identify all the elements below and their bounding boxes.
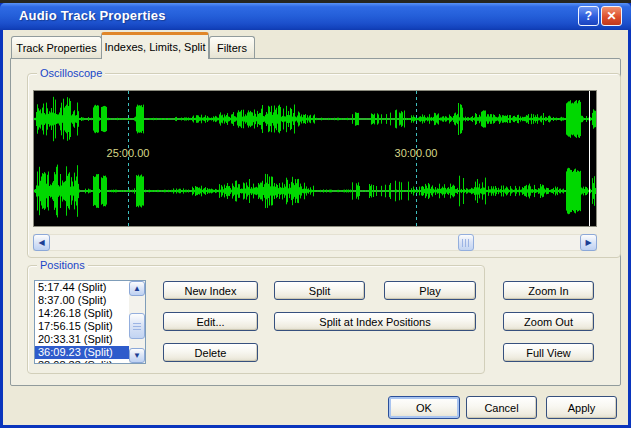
- ok-button[interactable]: OK: [388, 396, 460, 419]
- help-button[interactable]: ?: [578, 6, 599, 26]
- apply-button[interactable]: Apply: [546, 396, 617, 419]
- scroll-right-button[interactable]: ▶: [580, 234, 597, 251]
- positions-list-scrollbar[interactable]: ▲ ▼: [129, 281, 145, 363]
- scroll-left-icon: ◀: [38, 239, 44, 247]
- edit-button[interactable]: Edit...: [163, 312, 258, 331]
- tab-page-indexes-limits-split: Oscilloscope 25:00.0030:00.00 ◀ ▶: [10, 58, 621, 386]
- dialog-body: Track Properties Indexes, Limits, Split …: [3, 30, 628, 425]
- list-item[interactable]: 17:56.15 (Split): [35, 320, 129, 333]
- split-button[interactable]: Split: [274, 281, 365, 300]
- scroll-up-icon: ▲: [133, 285, 141, 293]
- zoom-in-button[interactable]: Zoom In: [503, 281, 594, 300]
- list-item[interactable]: 20:33.31 (Split): [35, 333, 129, 346]
- cancel-button[interactable]: Cancel: [466, 396, 537, 419]
- positions-group-label: Positions: [37, 259, 88, 272]
- time-marker-label: 30:00.00: [395, 147, 438, 159]
- new-index-button[interactable]: New Index: [163, 281, 258, 300]
- list-item[interactable]: 38:08.33 (Split): [35, 359, 129, 363]
- list-item[interactable]: 5:17.44 (Split): [35, 281, 129, 294]
- oscilloscope-group-label: Oscilloscope: [37, 67, 105, 80]
- window-title: Audio Track Properties: [19, 8, 166, 23]
- list-item[interactable]: 14:26.18 (Split): [35, 307, 129, 320]
- list-item[interactable]: 8:37.00 (Split): [35, 294, 129, 307]
- zoom-out-button[interactable]: Zoom Out: [503, 312, 594, 331]
- thumb-grip-icon: [462, 239, 470, 247]
- dialog-window: Audio Track Properties ? ✕ Track Propert…: [0, 0, 631, 428]
- list-scroll-thumb[interactable]: [129, 313, 145, 339]
- title-bar[interactable]: Audio Track Properties ? ✕: [0, 3, 631, 30]
- oscilloscope-group: Oscilloscope 25:00.0030:00.00 ◀ ▶: [27, 73, 621, 258]
- tab-track-properties[interactable]: Track Properties: [11, 36, 102, 58]
- positions-list-rows: 5:17.44 (Split)8:37.00 (Split)14:26.18 (…: [35, 281, 129, 363]
- list-scroll-up-button[interactable]: ▲: [129, 281, 145, 296]
- waveform-horizontal-scrollbar[interactable]: ◀ ▶: [33, 234, 597, 251]
- tab-filters[interactable]: Filters: [209, 36, 255, 58]
- list-item[interactable]: 36:09.23 (Split): [35, 346, 129, 359]
- tab-label: Filters: [217, 42, 247, 54]
- tab-label: Track Properties: [16, 42, 96, 54]
- horizontal-scroll-thumb[interactable]: [458, 234, 474, 251]
- thumb-grip-icon: [133, 322, 141, 330]
- list-scroll-down-button[interactable]: ▼: [129, 348, 145, 363]
- tab-label: Indexes, Limits, Split: [105, 41, 206, 53]
- close-button[interactable]: ✕: [601, 6, 622, 26]
- split-at-index-positions-button[interactable]: Split at Index Positions: [274, 312, 476, 331]
- positions-listbox[interactable]: 5:17.44 (Split)8:37.00 (Split)14:26.18 (…: [34, 280, 146, 364]
- close-icon: ✕: [606, 9, 616, 23]
- full-view-button[interactable]: Full View: [503, 343, 594, 362]
- tab-indexes-limits-split[interactable]: Indexes, Limits, Split: [101, 32, 209, 59]
- oscilloscope-display[interactable]: 25:00.0030:00.00: [33, 90, 597, 227]
- help-icon: ?: [585, 9, 592, 23]
- delete-button[interactable]: Delete: [163, 343, 258, 362]
- play-button[interactable]: Play: [384, 281, 476, 300]
- scroll-right-icon: ▶: [585, 239, 591, 247]
- scroll-down-icon: ▼: [133, 352, 141, 360]
- time-marker-label: 25:00.00: [107, 147, 150, 159]
- waveform-plot: 25:00.0030:00.00: [34, 91, 596, 226]
- scroll-left-button[interactable]: ◀: [33, 234, 50, 251]
